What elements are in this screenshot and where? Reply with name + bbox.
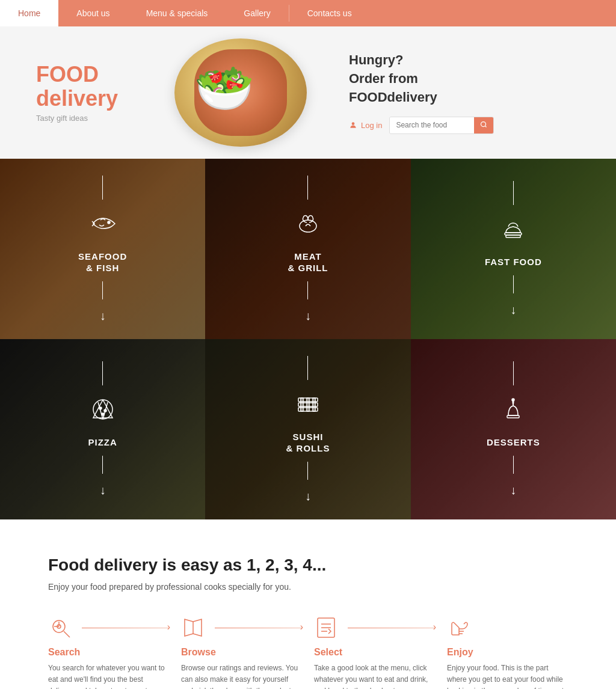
down-arrow: ↓ [100,309,106,323]
desserts-content: DESSERTS ↓ [487,361,540,497]
steps-title: Food delivery is easy as 1, 2, 3, 4... [48,556,568,575]
hero-right: Hungry?Order fromHungry? Order from FOOD… [325,51,580,133]
seafood-content: SEAFOOD & FISH ↓ [78,176,127,323]
arrow-line [307,462,308,480]
step-select-name: Select [314,647,435,658]
cell-line-top [307,176,308,200]
desserts-label: DESSERTS [487,436,540,449]
svg-point-18 [512,399,514,401]
cell-line-top [102,176,103,200]
nav-contacts[interactable]: Contacts us [289,0,370,26]
nav-about[interactable]: About us [58,0,128,26]
svg-point-4 [300,220,316,232]
browse-icon [181,616,205,640]
nav-gallery[interactable]: Gallery [226,0,288,26]
svg-point-10 [102,413,104,415]
step-arrow-select [348,628,435,628]
step-arrow-browse [215,628,302,628]
category-desserts[interactable]: DESSERTS ↓ [411,339,616,519]
login-icon [349,121,357,129]
hero-subtitle: Tasty gift ideas [36,114,156,123]
steps-subtitle: Enjoy your food prepared by professional… [48,582,568,592]
svg-point-9 [104,409,106,412]
sushi-content: SUSHI & ROLLS ↓ [286,356,330,503]
nav-home[interactable]: Home [0,0,58,26]
svg-point-0 [352,123,355,126]
down-arrow: ↓ [100,483,106,497]
search-input[interactable] [390,117,474,133]
hero-section: FOOD delivery Tasty gift ideas Hungry?Or… [0,26,616,159]
hero-title: FOOD delivery [36,63,156,110]
step-search-desc: You search for whatever you want to eat … [48,663,169,689]
arrow-line [307,281,308,299]
cell-line-top [513,361,514,385]
category-sushi[interactable]: SUSHI & ROLLS ↓ [205,339,410,519]
seafood-label: SEAFOOD & FISH [78,251,127,274]
step-select-icon-wrap [314,616,435,640]
step-browse-name: Browse [181,647,302,658]
hero-actions: Log in [349,117,580,134]
step-enjoy: Enjoy Enjoy your food. This is the part … [447,616,568,689]
step-search-name: Search [48,647,169,658]
category-seafood[interactable]: SEAFOOD & FISH ↓ [0,159,205,339]
meat-label: MEAT & GRILL [288,251,328,274]
hero-title-food: FOOD [36,62,99,87]
arrow-line [513,456,514,474]
category-pizza[interactable]: PIZZA ↓ [0,339,205,519]
step-arrow-search [82,628,169,628]
steps-grid: Search You search for whatever you want … [48,616,568,689]
enjoy-icon [447,616,471,640]
step-browse: Browse Browse our ratings and reviews. Y… [181,616,302,689]
food-categories-grid: SEAFOOD & FISH ↓ MEAT & GRILL ↓ [0,159,616,519]
category-fastfood[interactable]: FAST FOOD ↓ [411,159,616,339]
cell-line-top [102,361,103,385]
svg-rect-15 [307,398,309,411]
step-browse-icon-wrap [181,616,302,640]
desserts-icon [499,395,528,429]
meat-icon [294,209,322,243]
step-browse-desc: Browse our ratings and reviews. You can … [181,663,302,689]
arrow-line [102,456,103,474]
meat-content: MEAT & GRILL ↓ [288,176,328,323]
svg-rect-14 [301,398,303,411]
search-button[interactable] [474,117,493,133]
hero-text: FOOD delivery Tasty gift ideas [36,63,156,123]
svg-point-8 [99,407,102,409]
hero-title-delivery: delivery [36,86,118,111]
sushi-label: SUSHI & ROLLS [286,431,330,455]
select-icon [314,616,338,640]
cell-line-top [307,356,308,380]
step-select-desc: Take a good look at the menu, click what… [314,663,435,689]
search-icon [48,616,72,640]
arrow-line [513,275,514,293]
seafood-icon [88,209,117,243]
login-label: Log in [361,121,382,130]
down-arrow: ↓ [305,309,311,323]
svg-rect-17 [507,415,519,418]
sushi-icon [294,390,322,424]
down-arrow: ↓ [510,303,516,317]
hero-image [156,38,325,147]
svg-point-1 [481,121,486,126]
svg-line-2 [485,126,487,127]
svg-point-7 [93,400,112,419]
svg-point-3 [108,221,110,224]
navigation: Home About us Menu & specials Gallery Co… [0,0,616,26]
pizza-label: PIZZA [88,436,117,449]
nav-menu[interactable]: Menu & specials [128,0,226,26]
step-enjoy-name: Enjoy [447,647,568,658]
fastfood-label: FAST FOOD [485,256,542,268]
pizza-content: PIZZA ↓ [88,361,117,497]
login-button[interactable]: Log in [349,121,382,130]
svg-rect-16 [313,398,315,411]
step-search-icon-wrap [48,616,169,640]
svg-rect-6 [506,235,520,237]
step-enjoy-desc: Enjoy your food. This is the part where … [447,663,568,689]
down-arrow: ↓ [305,489,311,503]
svg-line-20 [64,631,70,637]
cell-line-top [513,181,514,205]
fastfood-icon [499,215,528,249]
hero-plate-image [174,38,307,147]
search-icon [480,121,487,128]
category-meat[interactable]: MEAT & GRILL ↓ [205,159,410,339]
